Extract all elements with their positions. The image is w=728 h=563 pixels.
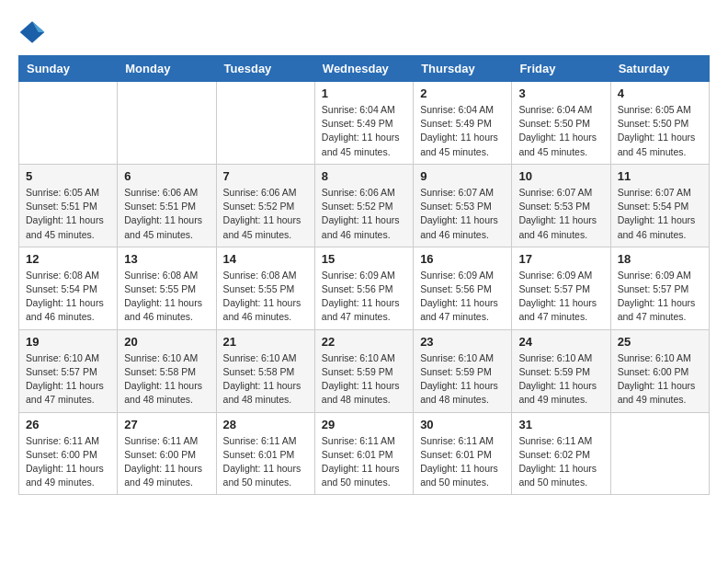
- day-number: 18: [618, 252, 702, 266]
- day-number: 3: [518, 86, 603, 100]
- day-info: Sunrise: 6:06 AMSunset: 5:52 PMDaylight:…: [223, 186, 308, 242]
- day-number: 25: [618, 335, 702, 349]
- calendar-cell: 11Sunrise: 6:07 AMSunset: 5:54 PMDayligh…: [610, 164, 709, 247]
- day-info: Sunrise: 6:09 AMSunset: 5:56 PMDaylight:…: [322, 269, 406, 325]
- logo: [18, 18, 51, 46]
- day-header-monday: Monday: [118, 56, 216, 82]
- day-info: Sunrise: 6:11 AMSunset: 6:01 PMDaylight:…: [420, 434, 505, 490]
- day-info: Sunrise: 6:06 AMSunset: 5:52 PMDaylight:…: [322, 186, 406, 242]
- day-header-friday: Friday: [512, 56, 610, 82]
- calendar-cell: 26Sunrise: 6:11 AMSunset: 6:00 PMDayligh…: [19, 412, 118, 495]
- day-info: Sunrise: 6:11 AMSunset: 6:02 PMDaylight:…: [518, 434, 603, 490]
- calendar-cell: 3Sunrise: 6:04 AMSunset: 5:50 PMDaylight…: [512, 82, 610, 165]
- day-info: Sunrise: 6:04 AMSunset: 5:49 PMDaylight:…: [420, 103, 505, 159]
- calendar-cell: 5Sunrise: 6:05 AMSunset: 5:51 PMDaylight…: [19, 164, 118, 247]
- day-number: 9: [420, 169, 505, 183]
- calendar-week-3: 12Sunrise: 6:08 AMSunset: 5:54 PMDayligh…: [19, 247, 710, 329]
- calendar-cell: 15Sunrise: 6:09 AMSunset: 5:56 PMDayligh…: [314, 247, 413, 329]
- calendar-cell: 22Sunrise: 6:10 AMSunset: 5:59 PMDayligh…: [314, 329, 413, 412]
- day-number: 29: [322, 418, 406, 431]
- day-info: Sunrise: 6:10 AMSunset: 5:58 PMDaylight:…: [223, 351, 308, 408]
- calendar-cell: 6Sunrise: 6:06 AMSunset: 5:51 PMDaylight…: [118, 164, 216, 247]
- day-info: Sunrise: 6:09 AMSunset: 5:57 PMDaylight:…: [518, 269, 603, 325]
- day-number: 30: [420, 418, 505, 431]
- day-info: Sunrise: 6:08 AMSunset: 5:55 PMDaylight:…: [223, 269, 308, 325]
- day-info: Sunrise: 6:10 AMSunset: 5:59 PMDaylight:…: [420, 351, 505, 408]
- calendar-cell: 10Sunrise: 6:07 AMSunset: 5:53 PMDayligh…: [512, 164, 610, 247]
- day-info: Sunrise: 6:06 AMSunset: 5:51 PMDaylight:…: [124, 186, 209, 242]
- calendar-cell: 2Sunrise: 6:04 AMSunset: 5:49 PMDaylight…: [414, 82, 512, 165]
- page-header: [18, 18, 710, 46]
- calendar-cell: 8Sunrise: 6:06 AMSunset: 5:52 PMDaylight…: [314, 164, 413, 247]
- day-info: Sunrise: 6:07 AMSunset: 5:53 PMDaylight:…: [518, 186, 603, 242]
- calendar-cell: 16Sunrise: 6:09 AMSunset: 5:56 PMDayligh…: [414, 247, 512, 329]
- day-info: Sunrise: 6:10 AMSunset: 5:57 PMDaylight:…: [26, 351, 110, 408]
- day-number: 22: [322, 335, 406, 349]
- day-number: 26: [26, 418, 110, 431]
- calendar-cell: 24Sunrise: 6:10 AMSunset: 5:59 PMDayligh…: [512, 329, 610, 412]
- calendar-week-2: 5Sunrise: 6:05 AMSunset: 5:51 PMDaylight…: [19, 164, 710, 247]
- day-info: Sunrise: 6:10 AMSunset: 6:00 PMDaylight:…: [618, 351, 702, 408]
- calendar-cell: 4Sunrise: 6:05 AMSunset: 5:50 PMDaylight…: [610, 82, 709, 165]
- calendar-week-5: 26Sunrise: 6:11 AMSunset: 6:00 PMDayligh…: [19, 412, 710, 495]
- calendar-cell: 7Sunrise: 6:06 AMSunset: 5:52 PMDaylight…: [216, 164, 314, 247]
- calendar-cell: 20Sunrise: 6:10 AMSunset: 5:58 PMDayligh…: [118, 329, 216, 412]
- calendar-cell: 12Sunrise: 6:08 AMSunset: 5:54 PMDayligh…: [19, 247, 118, 329]
- calendar-cell: 23Sunrise: 6:10 AMSunset: 5:59 PMDayligh…: [414, 329, 512, 412]
- calendar-week-4: 19Sunrise: 6:10 AMSunset: 5:57 PMDayligh…: [19, 329, 710, 412]
- day-number: 8: [322, 169, 406, 183]
- day-info: Sunrise: 6:11 AMSunset: 6:00 PMDaylight:…: [26, 434, 110, 490]
- calendar-week-1: 1Sunrise: 6:04 AMSunset: 5:49 PMDaylight…: [19, 82, 710, 165]
- day-info: Sunrise: 6:10 AMSunset: 5:58 PMDaylight:…: [124, 351, 209, 408]
- day-number: 2: [420, 86, 505, 100]
- day-info: Sunrise: 6:11 AMSunset: 6:00 PMDaylight:…: [124, 434, 209, 490]
- calendar-cell: 13Sunrise: 6:08 AMSunset: 5:55 PMDayligh…: [118, 247, 216, 329]
- day-info: Sunrise: 6:07 AMSunset: 5:54 PMDaylight:…: [618, 186, 702, 242]
- calendar-cell: 29Sunrise: 6:11 AMSunset: 6:01 PMDayligh…: [314, 412, 413, 495]
- day-number: 24: [518, 335, 603, 349]
- day-number: 21: [223, 335, 308, 349]
- logo-icon: [18, 18, 46, 46]
- day-header-thursday: Thursday: [414, 56, 512, 82]
- day-number: 5: [26, 169, 110, 183]
- day-info: Sunrise: 6:08 AMSunset: 5:54 PMDaylight:…: [26, 269, 110, 325]
- day-header-saturday: Saturday: [610, 56, 709, 82]
- day-number: 17: [518, 252, 603, 266]
- calendar-cell: 18Sunrise: 6:09 AMSunset: 5:57 PMDayligh…: [610, 247, 709, 329]
- calendar-cell: 17Sunrise: 6:09 AMSunset: 5:57 PMDayligh…: [512, 247, 610, 329]
- day-number: 10: [518, 169, 603, 183]
- day-info: Sunrise: 6:05 AMSunset: 5:50 PMDaylight:…: [618, 103, 702, 159]
- day-number: 28: [223, 418, 308, 431]
- day-info: Sunrise: 6:04 AMSunset: 5:49 PMDaylight:…: [322, 103, 406, 159]
- calendar-cell: [19, 82, 118, 165]
- calendar-cell: [118, 82, 216, 165]
- day-header-tuesday: Tuesday: [216, 56, 314, 82]
- days-header-row: SundayMondayTuesdayWednesdayThursdayFrid…: [19, 56, 710, 82]
- calendar-cell: 19Sunrise: 6:10 AMSunset: 5:57 PMDayligh…: [19, 329, 118, 412]
- day-info: Sunrise: 6:11 AMSunset: 6:01 PMDaylight:…: [322, 434, 406, 490]
- day-info: Sunrise: 6:10 AMSunset: 5:59 PMDaylight:…: [518, 351, 603, 408]
- day-number: 20: [124, 335, 209, 349]
- day-number: 13: [124, 252, 209, 266]
- day-info: Sunrise: 6:11 AMSunset: 6:01 PMDaylight:…: [223, 434, 308, 490]
- day-number: 23: [420, 335, 505, 349]
- calendar-cell: [610, 412, 709, 495]
- calendar-cell: 30Sunrise: 6:11 AMSunset: 6:01 PMDayligh…: [414, 412, 512, 495]
- day-info: Sunrise: 6:08 AMSunset: 5:55 PMDaylight:…: [124, 269, 209, 325]
- day-number: 12: [26, 252, 110, 266]
- day-info: Sunrise: 6:09 AMSunset: 5:56 PMDaylight:…: [420, 269, 505, 325]
- day-header-sunday: Sunday: [19, 56, 118, 82]
- day-info: Sunrise: 6:07 AMSunset: 5:53 PMDaylight:…: [420, 186, 505, 242]
- day-info: Sunrise: 6:05 AMSunset: 5:51 PMDaylight:…: [26, 186, 110, 242]
- calendar-cell: 9Sunrise: 6:07 AMSunset: 5:53 PMDaylight…: [414, 164, 512, 247]
- calendar-cell: 25Sunrise: 6:10 AMSunset: 6:00 PMDayligh…: [610, 329, 709, 412]
- calendar-cell: 31Sunrise: 6:11 AMSunset: 6:02 PMDayligh…: [512, 412, 610, 495]
- day-info: Sunrise: 6:10 AMSunset: 5:59 PMDaylight:…: [322, 351, 406, 408]
- calendar-cell: 1Sunrise: 6:04 AMSunset: 5:49 PMDaylight…: [314, 82, 413, 165]
- calendar-cell: 14Sunrise: 6:08 AMSunset: 5:55 PMDayligh…: [216, 247, 314, 329]
- day-number: 6: [124, 169, 209, 183]
- calendar-cell: [216, 82, 314, 165]
- calendar-cell: 27Sunrise: 6:11 AMSunset: 6:00 PMDayligh…: [118, 412, 216, 495]
- day-number: 14: [223, 252, 308, 266]
- calendar-cell: 21Sunrise: 6:10 AMSunset: 5:58 PMDayligh…: [216, 329, 314, 412]
